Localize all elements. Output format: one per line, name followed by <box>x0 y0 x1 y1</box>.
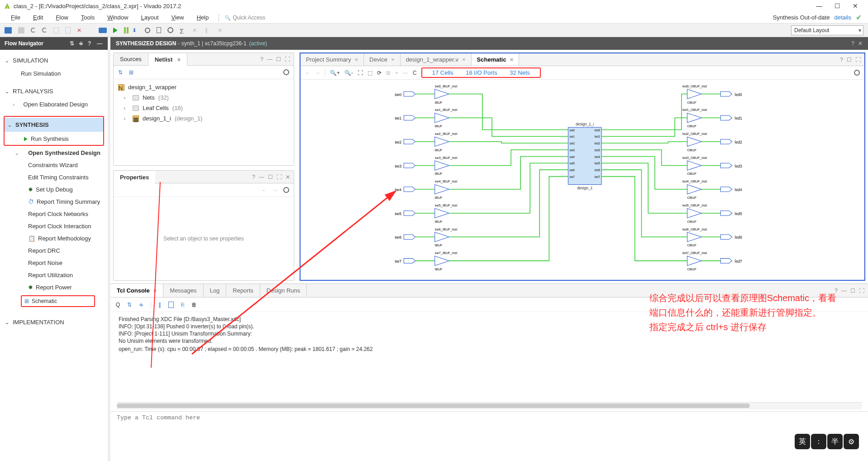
minimize-button[interactable]: — <box>810 2 828 10</box>
rtl-section[interactable]: RTL ANALYSIS <box>2 84 106 98</box>
layout-dropdown[interactable]: Default Layout <box>791 25 863 35</box>
add-icon[interactable]: + <box>395 70 398 76</box>
console-scrollbar[interactable] <box>117 402 862 409</box>
bottom-min-icon[interactable]: — <box>841 288 847 294</box>
zoom-fit-icon[interactable]: ⛶ <box>358 70 363 76</box>
brush-icon[interactable]: ∥ <box>205 27 211 34</box>
copy-console-icon[interactable] <box>168 302 174 308</box>
banner-help-icon[interactable]: ? <box>851 40 854 47</box>
pause-icon[interactable]: ‖ <box>158 302 161 308</box>
reports-tab[interactable]: Reports <box>226 284 260 297</box>
save-icon[interactable] <box>18 27 24 34</box>
prop-fwd-icon[interactable]: → <box>272 187 278 193</box>
minimize-panel-icon[interactable]: — <box>97 40 103 47</box>
open-elaborated[interactable]: › Open Elaborated Design <box>2 98 106 110</box>
clipboard-icon[interactable] <box>157 27 161 33</box>
simulation-section[interactable]: SIMULATION <box>2 53 106 67</box>
report-drc[interactable]: Report DRC <box>2 245 106 257</box>
prop-min-icon[interactable]: — <box>259 174 264 180</box>
menu-view[interactable]: View <box>165 14 191 21</box>
setup-debug[interactable]: ✸Set Up Debug <box>2 183 106 196</box>
netlist-nets[interactable]: Nets (32) <box>118 92 289 103</box>
netlist-root[interactable]: Ndesign_1_wrapper <box>118 82 289 92</box>
binoculars-icon[interactable] <box>99 28 107 33</box>
bottom-restore-icon[interactable]: ☐ <box>850 288 855 294</box>
banner-close-icon[interactable]: ✕ <box>858 40 863 47</box>
menu-file[interactable]: File <box>5 14 27 21</box>
ime-width[interactable]: 半 <box>827 434 843 449</box>
close-button[interactable]: ✕ <box>846 2 864 10</box>
constraints-wizard[interactable]: Constraints Wizard <box>2 159 106 171</box>
run-simulation[interactable]: Run Simulation <box>2 67 106 80</box>
prop-max-icon[interactable]: ⛶ <box>277 174 282 180</box>
refresh-icon[interactable]: C <box>413 70 417 76</box>
report-utilization[interactable]: Report Utilization <box>2 269 106 281</box>
menu-window[interactable]: Window <box>101 14 134 21</box>
menu-flow[interactable]: Flow <box>49 14 74 21</box>
design-runs-tab[interactable]: Design Runs <box>260 284 307 297</box>
collapse-tree-icon[interactable]: ⇅ <box>70 40 76 47</box>
prop-restore-icon[interactable]: ☐ <box>268 174 273 180</box>
tab-wrapper-file[interactable]: design_1_wrapper.v× <box>401 53 472 66</box>
zoom-out-icon[interactable]: 🔍- <box>344 70 353 76</box>
prop-settings-icon[interactable] <box>283 187 289 193</box>
run-icon[interactable] <box>113 28 118 33</box>
trash-icon[interactable]: 🗑 <box>191 302 197 308</box>
sch-help-icon[interactable]: ? <box>840 57 843 63</box>
stat-nets[interactable]: 32 Nets <box>510 69 530 76</box>
log-tab[interactable]: Log <box>204 284 227 297</box>
tcl-console-tab[interactable]: Tcl Console× <box>110 284 163 297</box>
implementation-section[interactable]: IMPLEMENTATION <box>2 315 106 329</box>
panel-max-icon[interactable]: ⛶ <box>285 56 290 62</box>
zoom-in-icon[interactable]: 🔍+ <box>330 70 340 76</box>
prop-back-icon[interactable]: ← <box>262 187 267 193</box>
report-noise[interactable]: Report Noise <box>2 257 106 269</box>
report-power[interactable]: ✸Report Power <box>2 281 106 293</box>
search-icon[interactable]: Q <box>116 302 120 308</box>
panel-restore-icon[interactable]: ☐ <box>276 56 281 62</box>
netlist-leaf-cells[interactable]: Leaf Cells (16) <box>118 103 289 113</box>
prop-help-icon[interactable]: ? <box>252 174 255 180</box>
stop-icon[interactable] <box>124 27 126 34</box>
menu-tools[interactable]: Tools <box>75 14 101 21</box>
remove-icon[interactable]: — <box>403 70 408 76</box>
cancel-icon[interactable]: ✕ <box>192 27 199 34</box>
netlist-instance[interactable]: ▦design_1_i (design_1) <box>118 113 289 124</box>
report-clock-interaction[interactable]: Report Clock Interaction <box>2 220 106 232</box>
schematic-item[interactable]: ⊞Schematic <box>21 295 95 307</box>
open-icon[interactable] <box>5 27 12 34</box>
schematic-canvas[interactable]: design_1_i design_1 sw0sw0_IBUF_instIBUF… <box>300 80 864 280</box>
messages-tab[interactable]: Messages <box>163 284 203 297</box>
edit-timing[interactable]: Edit Timing Constraints <box>2 171 106 183</box>
delete-icon[interactable]: ✕ <box>77 27 83 34</box>
tab-schematic[interactable]: Schematic× <box>472 53 520 66</box>
help-icon[interactable]: ? <box>88 40 94 47</box>
panel-settings-icon[interactable] <box>283 69 289 75</box>
netlist-tab[interactable]: Netlist <box>148 53 187 66</box>
zoom-select-icon[interactable]: ⬚ <box>367 70 372 76</box>
settings-icon[interactable] <box>167 27 173 33</box>
sch-settings-icon[interactable] <box>854 70 860 76</box>
panel-min-icon[interactable]: — <box>267 56 272 62</box>
quick-access[interactable]: Quick Access <box>224 14 265 21</box>
undo-icon[interactable] <box>31 28 36 33</box>
menu-edit[interactable]: Edit <box>27 14 49 21</box>
bottom-max-icon[interactable]: ⛶ <box>859 288 864 294</box>
step-icon[interactable]: ⬇ <box>132 27 138 34</box>
nav-back-icon[interactable]: ← <box>305 70 310 76</box>
expand-all-icon[interactable]: ≑ <box>139 302 143 308</box>
synthesis-section[interactable]: SYNTHESIS <box>5 118 103 132</box>
sigma-icon[interactable]: Σ <box>180 27 186 34</box>
ime-punct[interactable]: ： <box>811 434 826 449</box>
sources-tab[interactable]: Sources <box>114 53 148 65</box>
clock-icon[interactable] <box>145 28 150 33</box>
panel-help-icon[interactable]: ? <box>260 56 263 62</box>
sch-restore-icon[interactable]: ☐ <box>847 57 852 63</box>
open-synth-design[interactable]: ⌄ Open Synthesized Design <box>2 147 106 159</box>
clear-icon[interactable]: ✕ <box>218 27 224 34</box>
tcl-input[interactable] <box>110 412 868 424</box>
collapse-all-icon[interactable]: ⇅ <box>118 69 123 76</box>
clear-console-icon[interactable]: ⎘ <box>181 302 184 308</box>
ime-indicator[interactable]: 英 ： 半 ⚙ <box>795 434 859 449</box>
ime-settings[interactable]: ⚙ <box>844 434 859 449</box>
